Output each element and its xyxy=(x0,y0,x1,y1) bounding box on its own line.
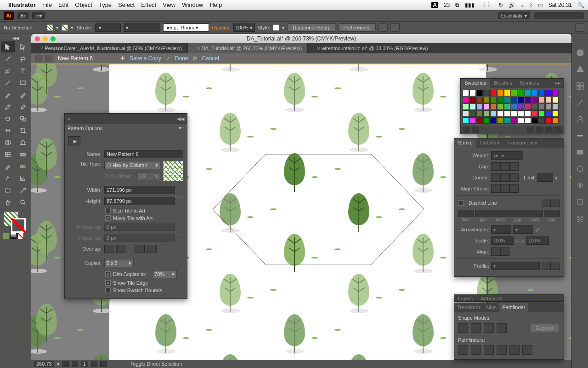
gradient-tool[interactable] xyxy=(16,149,30,160)
blend-tool[interactable] xyxy=(16,161,30,172)
move-with-art-checkbox[interactable] xyxy=(105,215,111,221)
gradient-mode[interactable] xyxy=(10,233,17,239)
link-wh-icon[interactable]: ⊂⊃ xyxy=(175,188,183,206)
copies-dropdown[interactable]: 5 x 5▾ xyxy=(104,259,134,267)
transform-icon[interactable] xyxy=(390,23,400,32)
menu-effect[interactable]: Effect xyxy=(141,1,156,8)
style-dropdown[interactable]: ▾ xyxy=(282,25,285,31)
menu-view[interactable]: View xyxy=(163,1,175,8)
cap-butt[interactable] xyxy=(491,162,500,171)
cap-square[interactable] xyxy=(509,162,519,171)
swatch-cell[interactable] xyxy=(476,90,483,96)
last-artboard-icon[interactable] xyxy=(100,361,107,367)
spotlight-icon[interactable]: 🔍 xyxy=(577,2,584,8)
graph-tool[interactable] xyxy=(16,173,30,184)
swatch-cell[interactable] xyxy=(531,110,538,117)
swatch-cell[interactable] xyxy=(469,104,476,110)
swatch-cell[interactable] xyxy=(463,117,469,124)
overlap-top[interactable] xyxy=(135,245,145,253)
tab-align[interactable]: Align xyxy=(483,303,499,312)
swatch-cell[interactable] xyxy=(497,104,503,110)
preferences-button[interactable]: Preferences xyxy=(338,23,375,32)
swatch-cell[interactable] xyxy=(504,97,510,103)
line-tool[interactable] xyxy=(1,77,15,88)
swatch-cell[interactable] xyxy=(490,90,497,96)
swatch-cell[interactable] xyxy=(525,97,531,103)
menu-help[interactable]: Help xyxy=(209,1,222,8)
code-icon[interactable]: 〈 〉 xyxy=(480,1,492,9)
divide-icon[interactable] xyxy=(458,345,468,355)
document-setup-button[interactable]: Document Setup xyxy=(288,23,335,32)
swatch-cell[interactable] xyxy=(463,110,469,117)
delete-swatch-icon[interactable] xyxy=(554,126,562,133)
overlap-left[interactable] xyxy=(104,245,114,253)
scale-start[interactable]: 100% xyxy=(491,236,514,245)
trim-icon[interactable] xyxy=(471,345,481,355)
scale-end[interactable]: 100% xyxy=(526,236,549,245)
swatch-cell[interactable] xyxy=(545,104,552,110)
eraser-tool[interactable] xyxy=(16,101,30,112)
swatch-cell[interactable] xyxy=(518,110,524,117)
unite-icon[interactable] xyxy=(458,323,468,333)
workspace-switcher[interactable]: Essentials ▾ xyxy=(498,12,530,19)
battery-icon[interactable]: ▮▮▮ xyxy=(465,2,475,8)
arrange-button[interactable]: ▭▾ xyxy=(32,12,45,19)
flip-along[interactable] xyxy=(551,262,560,270)
fill-stroke-indicator[interactable] xyxy=(1,211,30,232)
zoom-window-icon[interactable] xyxy=(51,36,56,41)
stroke-dropdown[interactable]: ▾ xyxy=(71,25,74,31)
shape-builder-tool[interactable] xyxy=(1,137,15,148)
swatch-cell[interactable] xyxy=(518,104,524,110)
align-inside[interactable] xyxy=(500,184,509,193)
slice-tool[interactable] xyxy=(16,185,30,196)
corner-miter[interactable] xyxy=(491,173,500,182)
swatch-cell[interactable] xyxy=(545,110,552,117)
none-mode[interactable] xyxy=(17,233,24,239)
tab-brushes[interactable]: Brushes xyxy=(490,79,516,88)
hand-tool[interactable] xyxy=(1,197,15,208)
collapse-icon[interactable]: ▸▸ xyxy=(553,79,564,88)
prev-artboard-icon[interactable] xyxy=(72,361,78,367)
swatch-options-icon[interactable] xyxy=(527,126,534,133)
clock[interactable]: Sat 20:31 xyxy=(548,2,572,8)
appearance-panel-icon[interactable] xyxy=(575,180,585,190)
tab-layers[interactable]: Layers xyxy=(454,295,477,301)
swatch-cell[interactable] xyxy=(504,110,510,117)
dim-value-dropdown[interactable]: 70%▾ xyxy=(152,270,177,278)
swatch-cell[interactable] xyxy=(531,97,538,103)
flip-across[interactable] xyxy=(542,262,551,270)
panel-menu-icon[interactable] xyxy=(575,23,584,32)
swatch-cell[interactable] xyxy=(545,90,552,96)
brushes-panel-icon[interactable] xyxy=(575,98,585,108)
swatch-cell[interactable] xyxy=(463,97,469,103)
exclude-icon[interactable] xyxy=(497,323,507,333)
swatch-cell[interactable] xyxy=(476,104,483,110)
show-swatch-bounds-checkbox[interactable] xyxy=(105,288,111,293)
expand-button[interactable]: Expand xyxy=(529,324,560,332)
selection-tool[interactable] xyxy=(1,41,15,52)
pen-tool[interactable] xyxy=(1,65,15,76)
gap-3[interactable] xyxy=(544,210,560,217)
tile-type-dropdown[interactable]: ⬡ Hex by Column▾ xyxy=(104,161,160,169)
color-mode[interactable] xyxy=(3,233,9,239)
intersect-icon[interactable] xyxy=(484,323,494,333)
menu-type[interactable]: Type xyxy=(99,1,112,8)
swatch-cell[interactable] xyxy=(518,117,524,124)
arrow-align-2[interactable] xyxy=(500,247,509,256)
swatch-cell[interactable] xyxy=(483,97,490,103)
zoom-dropdown[interactable]: ▾ xyxy=(57,361,60,367)
tab-3[interactable]: × wiredmountainillo.ai* @ 33.33% (RGB/Pr… xyxy=(308,43,434,53)
tab-close-icon[interactable]: × xyxy=(317,46,320,51)
dash-1[interactable] xyxy=(458,210,474,217)
gap-2[interactable] xyxy=(509,210,526,217)
brush-def[interactable]: ● 5 pt. Round ▾ xyxy=(163,23,209,32)
swatch-cell[interactable] xyxy=(538,90,545,96)
pencil-tool[interactable] xyxy=(16,89,30,100)
transparency-panel-icon[interactable] xyxy=(575,164,585,174)
swatch-cell[interactable] xyxy=(504,117,510,124)
swatch-cell[interactable] xyxy=(511,110,517,117)
search-field[interactable] xyxy=(534,12,584,19)
swatch-grid[interactable] xyxy=(461,88,564,126)
overlap-bottom[interactable] xyxy=(147,245,157,253)
rectangle-tool[interactable] xyxy=(16,77,30,88)
